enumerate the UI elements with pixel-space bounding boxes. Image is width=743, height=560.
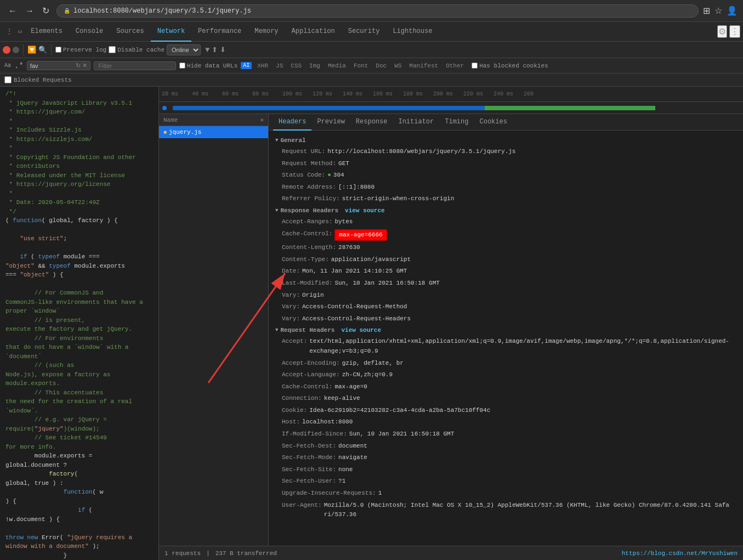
tab-lighthouse[interactable]: Lighthouse xyxy=(386,22,439,42)
request-headers-section-header[interactable]: ▼ Request Headers view source xyxy=(275,325,736,336)
tab-preview[interactable]: Preview xyxy=(311,114,350,131)
tick-120ms: 120 ms xyxy=(313,91,343,97)
request-view-source-link[interactable]: view source xyxy=(341,327,381,333)
tab-response[interactable]: Response xyxy=(350,114,393,131)
tab-security[interactable]: Security xyxy=(342,22,387,42)
host-value: localhost:8080 xyxy=(302,417,353,427)
source-line: function( w xyxy=(0,488,158,497)
host-label: Host: xyxy=(282,417,300,427)
tab-cookies[interactable]: Cookies xyxy=(474,114,512,131)
blocked-requests-checkbox[interactable] xyxy=(4,76,12,83)
forward-button[interactable]: → xyxy=(22,5,37,17)
extensions-button[interactable]: ⊞ xyxy=(703,5,710,16)
network-panel: 20 ms 40 ms 60 ms 80 ms 100 ms 120 ms 14… xyxy=(159,87,743,560)
devtools-tab-bar: ⋮ ▭ Elements Console Sources Network Per… xyxy=(0,22,743,42)
hide-data-urls-checkbox[interactable] xyxy=(179,63,185,69)
tab-performance[interactable]: Performance xyxy=(191,22,248,42)
filter-refresh-button[interactable]: ↻ xyxy=(76,62,81,69)
tab-network[interactable]: Network xyxy=(151,22,191,42)
filter-toggle-button[interactable]: 🔽 xyxy=(27,46,36,54)
preserve-log-label: Preserve log xyxy=(55,47,106,53)
manifest-filter-btn[interactable]: Manifest xyxy=(407,63,440,69)
tab-memory[interactable]: Memory xyxy=(248,22,285,42)
date-label: Date: xyxy=(282,267,300,276)
transferred-size: 237 B transferred xyxy=(215,550,277,557)
footer-link[interactable]: https://blog.csdn.net/MrYushiwen xyxy=(622,550,738,557)
other-filter-btn[interactable]: Other xyxy=(444,63,466,69)
devtools-settings-button[interactable]: ⚙ xyxy=(717,25,727,38)
filter-input[interactable] xyxy=(30,63,74,69)
disable-cache-checkbox[interactable] xyxy=(109,46,116,53)
js-filter-btn[interactable]: JS xyxy=(274,63,285,69)
throttle-down-icon[interactable]: ▼ xyxy=(205,46,209,54)
bookmark-button[interactable]: ☆ xyxy=(714,5,722,16)
request-headers-arrow-icon: ▼ xyxy=(275,327,278,333)
upgrade-insecure-value: 1 xyxy=(378,489,382,499)
back-button[interactable]: ← xyxy=(5,5,20,17)
export-har-button[interactable]: ⬇ xyxy=(220,46,226,54)
blocked-requests-bar: Blocked Requests xyxy=(0,73,743,87)
waterfall-bar xyxy=(173,106,740,110)
source-line: `window`. xyxy=(0,406,158,416)
if-modified-since-row: If-Modified-Since: Sun, 10 Jan 2021 16:5… xyxy=(275,428,736,440)
filter-text-input[interactable] xyxy=(94,61,176,70)
filter-clear-button[interactable]: ✕ xyxy=(82,62,87,69)
doc-filter-btn[interactable]: Doc xyxy=(373,63,389,69)
general-section-header[interactable]: ▼ General xyxy=(275,135,736,146)
close-detail-button[interactable]: ✕ xyxy=(260,116,264,123)
source-panel: /*! * jQuery JavaScript Library v3.5.1 *… xyxy=(0,87,159,560)
connection-value: keep-alive xyxy=(324,394,360,404)
search-network-button[interactable]: 🔍 xyxy=(38,46,47,54)
tab-console[interactable]: Console xyxy=(69,22,110,42)
last-modified-label: Last-Modified: xyxy=(282,279,332,289)
devtools-inspect-toggle[interactable]: ▭ xyxy=(16,27,24,36)
source-line: * jQuery JavaScript Library v3.5.1 xyxy=(0,99,158,108)
response-headers-section-header[interactable]: ▼ Response Headers view source xyxy=(275,205,736,216)
devtools-panel-toggle[interactable]: ⋮ xyxy=(3,27,16,36)
ai-filter-badge[interactable]: AI xyxy=(241,62,252,69)
media-filter-btn[interactable]: Media xyxy=(326,63,348,69)
main-content: /*! * jQuery JavaScript Library v3.5.1 *… xyxy=(0,87,743,560)
tab-sources[interactable]: Sources xyxy=(110,22,150,42)
method-value: GET xyxy=(338,159,349,169)
accept-language-value: zh-CN,zh;q=0.9 xyxy=(342,370,393,380)
browser-right: ⊞ ☆ 👤 xyxy=(703,5,738,16)
import-har-button[interactable]: ⬆ xyxy=(212,46,218,54)
blocked-cookies-checkbox[interactable] xyxy=(472,63,478,69)
source-line: for more info. xyxy=(0,443,158,452)
font-filter-btn[interactable]: Font xyxy=(351,63,370,69)
source-line: * Released under the MIT license xyxy=(0,171,158,180)
network-toolbar: 🔽 🔍 Preserve log Disable cache Online ▼ … xyxy=(0,42,743,58)
tab-application[interactable]: Application xyxy=(285,22,342,42)
stop-button[interactable] xyxy=(13,47,19,53)
refresh-button[interactable]: ↻ xyxy=(39,4,52,17)
ws-filter-btn[interactable]: WS xyxy=(392,63,404,69)
css-filter-btn[interactable]: CSS xyxy=(288,63,304,69)
tab-timing[interactable]: Timing xyxy=(439,114,474,131)
preserve-log-checkbox[interactable] xyxy=(55,47,61,53)
filter-regex-button[interactable]: .* xyxy=(14,61,24,70)
profile-button[interactable]: 👤 xyxy=(727,5,738,16)
tab-initiator[interactable]: Initiator xyxy=(393,114,439,131)
tab-elements[interactable]: Elements xyxy=(24,22,69,42)
xhr-filter-btn[interactable]: XHR xyxy=(255,63,270,69)
tab-headers[interactable]: Headers xyxy=(273,114,311,131)
devtools-more-button[interactable]: ⋮ xyxy=(729,25,740,38)
tick-240ms: 240 ms xyxy=(494,91,524,97)
network-item-jquery[interactable]: ■ jquery.js xyxy=(159,126,268,138)
source-line: // e.g. var jQuery = xyxy=(0,415,158,425)
source-line: ) { xyxy=(0,497,158,506)
source-line: module.exports. xyxy=(0,379,158,388)
response-view-source-link[interactable]: view source xyxy=(345,207,385,214)
source-line: if ( xyxy=(0,506,158,515)
response-headers-title: Response Headers xyxy=(280,207,338,214)
url-bar[interactable]: 🔒 localhost:8080/webjars/jquery/3.5.1/jq… xyxy=(56,4,699,18)
timeline-bar: 20 ms 40 ms 60 ms 80 ms 100 ms 120 ms 14… xyxy=(159,87,743,102)
throttle-select[interactable]: Online xyxy=(167,44,201,55)
record-button[interactable] xyxy=(3,46,10,54)
source-line xyxy=(0,280,158,289)
status-label: Status Code: xyxy=(282,171,325,180)
filter-aa-button[interactable]: Aa xyxy=(4,63,11,69)
img-filter-btn[interactable]: Img xyxy=(307,63,322,69)
vary-origin-label: Vary: xyxy=(282,291,300,301)
